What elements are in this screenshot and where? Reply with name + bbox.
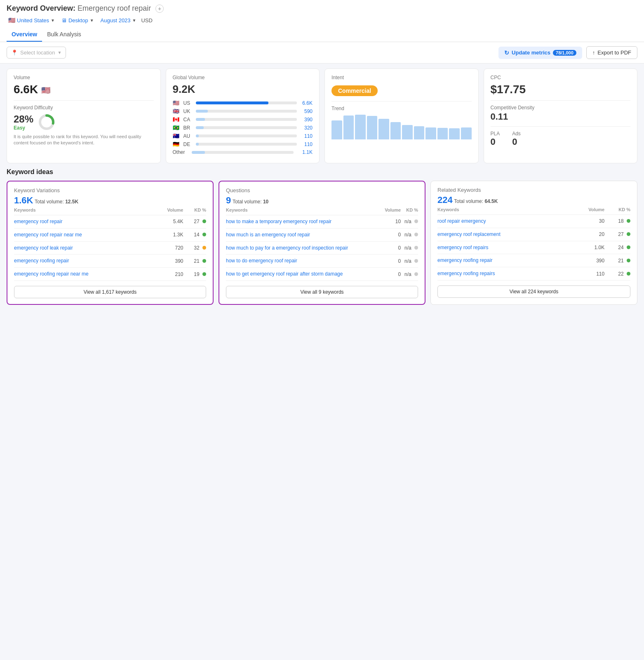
volume-cell: 10 [381,215,401,229]
country-code: BR [183,125,193,131]
tab-overview[interactable]: Overview [7,28,42,42]
related-header: 224 Total volume: 64.5K [437,195,630,205]
col-keywords: Keywords [226,207,381,215]
kd-cell: 18 [604,215,630,228]
view-all-variations-button[interactable]: View all 1,617 keywords [14,286,206,298]
pla-value: 0 [491,137,500,147]
intent-badge: Commercial [331,85,378,96]
keyword-cell: how much is an emergency roof repair [226,228,381,241]
keyword-cell: roof repair emergency [437,215,571,228]
country-count: 320 [300,125,313,131]
volume-cell: 0 [381,228,401,241]
desktop-icon: 🖥 [61,17,67,24]
country-count: 6.6K [300,100,313,106]
ads-item: Ads 0 [512,131,521,147]
table-row: emergency roof replacement 20 27 [437,228,630,241]
keyword-cell: emergency roofing repair [14,255,153,268]
gv-country-row: 🇺🇸 US 6.6K [173,100,313,106]
col-volume: Volume [571,207,604,215]
country-code: AU [183,133,193,139]
keyword-link[interactable]: emergency roof leak repair [14,245,73,251]
related-total: Total volume: 64.5K [454,198,498,204]
add-icon[interactable]: + [155,5,164,13]
country-count: 590 [300,108,313,114]
device-button[interactable]: 🖥 Desktop ▼ [60,16,96,24]
view-all-related-button[interactable]: View all 224 keywords [437,285,630,298]
kd-cell: 21 [183,255,207,268]
toolbar: 📍 Select location ▼ ↻ Update metrics 78/… [0,42,644,64]
keyword-cell: emergency roof repairs [437,241,571,254]
related-table: Keywords Volume KD % roof repair emergen… [437,207,630,280]
keyword-link[interactable]: emergency roof repair near me [14,232,82,238]
keyword-link[interactable]: how much to pay for a emergency roof ins… [226,245,348,251]
tab-bulk-analysis[interactable]: Bulk Analysis [42,28,86,42]
keyword-link[interactable]: emergency roofing repair [14,258,69,264]
table-row: emergency roof repair near me 1.3K 14 [14,228,206,241]
flag-icon: 🇨🇦 [173,116,180,123]
title-prefix: Keyword Overview: [7,4,75,12]
intent-trend-card: Intent Commercial Trend [324,68,479,163]
volume-cell: 0 [381,241,401,255]
flag-icon: 🇺🇸 [8,17,15,24]
location-select[interactable]: 📍 Select location ▼ [7,47,66,59]
view-all-questions-button[interactable]: View all 9 keywords [226,286,418,298]
keyword-ideas-section: Keyword ideas Keyword Variations 1.6K To… [0,168,644,311]
gv-country-row: 🇩🇪 DE 110 [173,141,313,147]
col-keywords: Keywords [437,207,571,215]
kd-percent: 28% [14,113,33,125]
currency-label: USD [141,17,152,24]
keyword-link[interactable]: emergency roof repair [14,219,62,224]
trend-bar [461,127,472,139]
flag-icon: 🇦🇺 [173,133,180,139]
keyword-link[interactable]: emergency roof replacement [437,231,501,237]
trend-bar [402,125,413,139]
kd-donut [38,113,56,131]
export-pdf-button[interactable]: ↑ Export to PDF [586,46,637,59]
related-title: Related Keywords [437,187,630,193]
keyword-link[interactable]: how to do emergency roof repair [226,258,297,264]
bar-bg [196,118,297,121]
bar-bg [196,126,297,129]
dot-icon [627,272,630,276]
keyword-link[interactable]: how much is an emergency roof repair [226,232,310,238]
related-card: Related Keywords 224 Total volume: 64.5K… [430,181,637,305]
kd-row: 28% Easy [14,113,154,131]
toolbar-right: ↻ Update metrics 78/1,000 ↑ Export to PD… [498,46,637,59]
country-code: UK [183,108,193,114]
table-row: emergency roof repair 5.4K 27 [14,215,206,229]
keyword-link[interactable]: how to make a temporary emergency roof r… [226,219,331,224]
chevron-down-icon: ▼ [132,18,136,23]
keyword-link[interactable]: emergency roof repairs [437,245,488,250]
gv-country-row: 🇦🇺 AU 110 [173,133,313,139]
keyword-link[interactable]: emergency roofing repair [437,257,492,263]
col-kd: KD % [183,207,207,215]
dot-icon [627,219,630,223]
trend-bar [437,128,448,139]
gv-country-row: 🇨🇦 CA 390 [173,116,313,123]
col-kd: KD % [401,207,418,215]
period-button[interactable]: August 2023 ▼ [99,16,138,24]
related-count: 224 [437,195,453,205]
keyword-cell: emergency roofing repair near me [14,268,153,281]
table-row: how to do emergency roof repair 0 n/a [226,255,418,268]
location-button[interactable]: 🇺🇸 United States ▼ [7,16,56,24]
header-controls: 🇺🇸 United States ▼ 🖥 Desktop ▼ August 20… [7,16,637,24]
cpc-card: CPC $17.75 Competitive Density 0.11 PLA … [484,68,638,163]
keyword-link[interactable]: how to get emergency roof repair after s… [226,271,343,277]
keyword-cell: emergency roofing repairs [437,267,571,280]
bar-fill [196,143,199,146]
trend-chart [331,115,472,139]
dot-icon [414,272,418,276]
trend-bar [355,115,366,139]
keyword-link[interactable]: emergency roofing repair near me [14,271,89,277]
other-count: 1.1K [300,149,313,155]
keyword-link[interactable]: emergency roofing repairs [437,271,495,276]
kd-cell: n/a [401,255,418,268]
keyword-link[interactable]: roof repair emergency [437,218,486,224]
bar-bg [196,110,297,113]
dot-icon [202,272,206,276]
volume-cell: 0 [381,255,401,268]
update-metrics-button[interactable]: ↻ Update metrics 78/1,000 [498,47,582,59]
device-label: Desktop [68,17,88,24]
variations-table: Keywords Volume KD % emergency roof repa… [14,207,206,281]
